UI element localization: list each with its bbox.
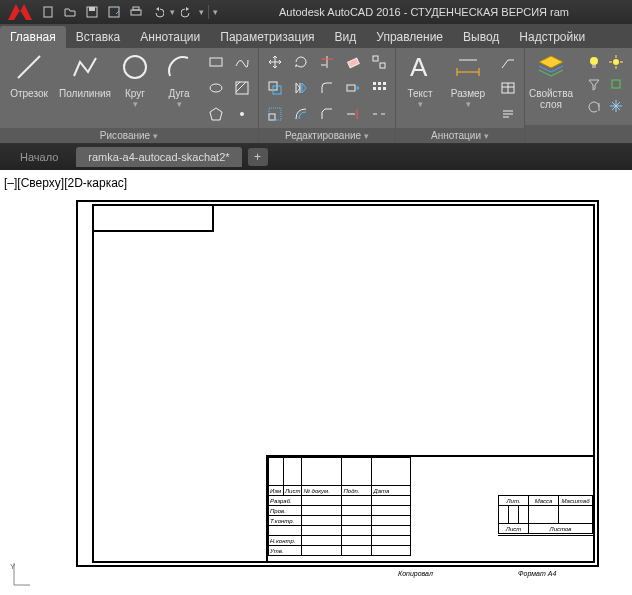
file-tab-start[interactable]: Начало bbox=[8, 147, 70, 167]
layer-properties-button[interactable]: Свойства слоя bbox=[527, 50, 575, 110]
tb-list: Лист bbox=[284, 486, 302, 496]
open-icon[interactable] bbox=[60, 3, 80, 21]
svg-rect-0 bbox=[44, 7, 52, 17]
lightbulb-icon[interactable] bbox=[585, 53, 603, 71]
svg-rect-27 bbox=[373, 87, 376, 90]
footer-copied: Копировал bbox=[398, 570, 433, 577]
explode-icon[interactable] bbox=[367, 50, 391, 74]
ucs-icon: Y bbox=[8, 561, 32, 589]
layer-freeze-icon[interactable] bbox=[607, 97, 625, 115]
chevron-down-icon: ▾ bbox=[133, 99, 138, 109]
dimension-button[interactable]: Размер ▾ bbox=[446, 50, 490, 109]
svg-point-47 bbox=[590, 57, 598, 65]
file-tab-active[interactable]: ramka-a4-autocad-skachat2* bbox=[76, 147, 241, 167]
autocad-logo-icon[interactable] bbox=[4, 1, 36, 23]
add-tab-button[interactable]: + bbox=[248, 148, 268, 166]
tab-home[interactable]: Главная bbox=[0, 26, 66, 48]
sun-icon[interactable] bbox=[607, 53, 625, 71]
tb-data: Дата bbox=[372, 486, 411, 496]
tb-tkontr: Т.контр. bbox=[269, 516, 302, 526]
tb-listov: Листов bbox=[529, 524, 593, 534]
save-icon[interactable] bbox=[82, 3, 102, 21]
ellipse-icon[interactable] bbox=[204, 76, 228, 100]
file-tabs: Начало ramka-a4-autocad-skachat2* + bbox=[0, 144, 632, 170]
footer-format: Формат А4 bbox=[518, 570, 556, 577]
svg-rect-4 bbox=[131, 10, 141, 15]
text-button[interactable]: A Текст ▾ bbox=[400, 50, 440, 109]
drawing-canvas[interactable]: [–][Сверху][2D-каркас] ИзмЛист№ докум.По… bbox=[0, 170, 632, 595]
point-icon[interactable] bbox=[230, 102, 254, 126]
undo-icon[interactable] bbox=[148, 3, 168, 21]
qat-more-icon[interactable]: ▾ bbox=[213, 7, 218, 17]
tab-view[interactable]: Вид bbox=[325, 26, 367, 48]
fillet-icon[interactable] bbox=[315, 76, 339, 100]
stretch-icon[interactable] bbox=[341, 76, 365, 100]
svg-rect-23 bbox=[347, 85, 355, 91]
copy-icon[interactable] bbox=[263, 76, 287, 100]
svg-rect-18 bbox=[348, 58, 360, 68]
dimension-icon bbox=[451, 50, 485, 84]
layer-filter-icon[interactable] bbox=[585, 75, 603, 93]
tab-annotations[interactable]: Аннотации bbox=[130, 26, 210, 48]
polyline-button[interactable]: Полилиния bbox=[60, 50, 110, 99]
undo-dropdown-icon[interactable]: ▾ bbox=[170, 7, 175, 17]
svg-rect-8 bbox=[210, 58, 222, 66]
svg-rect-19 bbox=[373, 56, 378, 61]
svg-rect-29 bbox=[383, 87, 386, 90]
break-icon[interactable] bbox=[367, 102, 391, 126]
spline-icon[interactable] bbox=[230, 50, 254, 74]
panel-modify-label[interactable]: Редактирование▾ bbox=[259, 128, 395, 143]
move-icon[interactable] bbox=[263, 50, 287, 74]
chamfer-icon[interactable] bbox=[315, 102, 339, 126]
viewport-label[interactable]: [–][Сверху][2D-каркас] bbox=[4, 176, 127, 190]
tab-output[interactable]: Вывод bbox=[453, 26, 509, 48]
mtext-icon[interactable] bbox=[496, 102, 520, 126]
tab-insert[interactable]: Вставка bbox=[66, 26, 131, 48]
scale-icon[interactable] bbox=[263, 102, 287, 126]
tab-parametric[interactable]: Параметризация bbox=[210, 26, 324, 48]
new-icon[interactable] bbox=[38, 3, 58, 21]
panel-draw-label[interactable]: Рисование▾ bbox=[0, 128, 258, 143]
tab-manage[interactable]: Управление bbox=[366, 26, 453, 48]
plot-icon[interactable] bbox=[126, 3, 146, 21]
ribbon: Отрезок Полилиния Круг ▾ Дуга ▾ bbox=[0, 48, 632, 144]
tb-list2: Лист bbox=[499, 524, 529, 534]
hatch-icon[interactable] bbox=[230, 76, 254, 100]
tb-izm: Изм bbox=[269, 486, 284, 496]
tab-addins[interactable]: Надстройки bbox=[509, 26, 595, 48]
panel-annot-label[interactable]: Аннотации▾ bbox=[396, 128, 524, 143]
tb-prov: Пров. bbox=[269, 506, 302, 516]
svg-point-14 bbox=[240, 112, 244, 116]
layer-prev-icon[interactable] bbox=[585, 97, 603, 115]
saveas-icon[interactable] bbox=[104, 3, 124, 21]
redo-icon[interactable] bbox=[177, 3, 197, 21]
svg-line-11 bbox=[236, 82, 240, 86]
circle-button[interactable]: Круг ▾ bbox=[116, 50, 154, 109]
chevron-down-icon: ▾ bbox=[418, 99, 423, 109]
svg-rect-28 bbox=[378, 87, 381, 90]
inner-frame: ИзмЛист№ докум.Подп.Дата Разраб. Пров. Т… bbox=[94, 206, 593, 561]
arc-button[interactable]: Дуга ▾ bbox=[160, 50, 198, 109]
svg-rect-55 bbox=[612, 80, 620, 88]
rotate-icon[interactable] bbox=[289, 50, 313, 74]
svg-text:A: A bbox=[410, 52, 428, 82]
erase-icon[interactable] bbox=[341, 50, 365, 74]
top-left-box bbox=[94, 206, 214, 232]
svg-rect-20 bbox=[380, 63, 385, 68]
mirror-icon[interactable] bbox=[289, 76, 313, 100]
offset-icon[interactable] bbox=[289, 102, 313, 126]
rectangle-icon[interactable] bbox=[204, 50, 228, 74]
polygon-icon[interactable] bbox=[204, 102, 228, 126]
array-icon[interactable] bbox=[367, 76, 391, 100]
layer-iso-icon[interactable] bbox=[607, 75, 625, 93]
chevron-down-icon: ▾ bbox=[466, 99, 471, 109]
svg-rect-30 bbox=[269, 114, 275, 120]
line-button[interactable]: Отрезок bbox=[4, 50, 54, 99]
redo-dropdown-icon[interactable]: ▾ bbox=[199, 7, 204, 17]
extend-icon[interactable] bbox=[341, 102, 365, 126]
leader-icon[interactable] bbox=[496, 50, 520, 74]
table-icon[interactable] bbox=[496, 76, 520, 100]
svg-rect-25 bbox=[378, 82, 381, 85]
trim-icon[interactable] bbox=[315, 50, 339, 74]
tb-massa: Масса bbox=[529, 496, 559, 506]
